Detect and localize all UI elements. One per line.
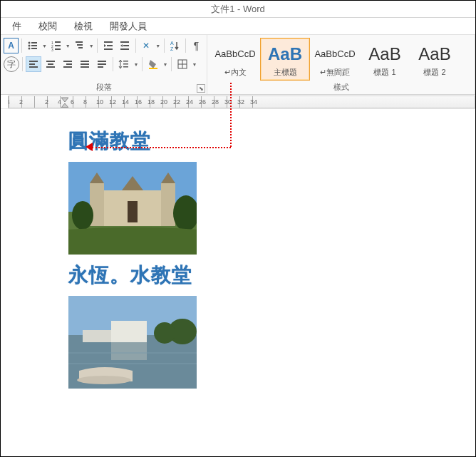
bullets-icon[interactable] [25,38,40,53]
align-center-icon[interactable] [43,56,58,72]
decrease-indent-icon[interactable] [100,38,115,53]
multilevel-dropdown[interactable]: ▼ [88,38,94,53]
svg-rect-20 [120,48,129,50]
multilevel-list-icon[interactable] [72,38,87,53]
svg-point-55 [72,201,93,230]
style-title[interactable]: AaB 主標題 [260,38,310,81]
svg-rect-26 [46,61,55,62]
document-area: 圓滿教堂 永恆。水教堂 [1,109,475,389]
shading-icon[interactable] [145,56,161,72]
svg-rect-63 [111,342,147,360]
shading-dropdown[interactable]: ▼ [162,56,168,72]
show-marks-icon[interactable]: ¶ [189,38,204,53]
style-preview: AaB [368,41,400,67]
styles-group: AaBbCcD ↵內文 AaB 主標題 AaBbCcD ↵無間距 AaB 標題 … [207,35,475,94]
style-heading2[interactable]: AaB 標題 2 [410,38,460,81]
svg-rect-19 [123,45,129,46]
numbering-icon[interactable]: 123 [48,38,63,53]
svg-rect-1 [31,42,37,43]
svg-rect-13 [77,44,83,46]
heading-1[interactable]: 圓滿教堂 [68,128,467,155]
sort-icon[interactable]: AZ [167,38,182,53]
svg-rect-32 [81,61,89,62]
svg-rect-37 [98,66,103,68]
svg-rect-39 [123,63,128,65]
svg-rect-24 [29,63,35,65]
style-nospacing[interactable]: AaBbCcD ↵無間距 [310,38,360,81]
style-preview: AaBbCcD [314,41,355,67]
line-spacing-dropdown[interactable]: ▼ [133,56,139,72]
indent-marker-icon[interactable] [61,96,68,108]
window-title: 文件1 - Word [211,4,265,14]
title-bar: 文件1 - Word [1,1,475,18]
svg-text:A: A [170,41,174,46]
text-box-icon[interactable]: A [4,38,19,53]
paragraph-group: A ▼ 123 ▼ ▼ ✕ ▼ AZ ¶ 字 [1,35,207,94]
style-label: 標題 1 [373,67,395,78]
svg-rect-33 [81,63,89,65]
document-page[interactable]: 圓滿教堂 永恆。水教堂 [68,128,467,389]
style-preview: AaB [268,41,302,67]
align-distributed-icon[interactable] [94,56,110,72]
style-label: 主標題 [274,67,297,78]
svg-point-64 [77,376,131,384]
menu-developer[interactable]: 開發人員 [101,20,155,33]
svg-point-4 [28,48,30,50]
svg-rect-14 [78,47,83,48]
image-church[interactable] [68,162,197,255]
align-left-icon[interactable] [26,56,41,72]
style-label: 標題 2 [423,67,445,78]
svg-rect-25 [29,66,38,68]
style-heading1[interactable]: AaB 標題 1 [360,38,410,81]
svg-point-0 [28,42,30,44]
borders-icon[interactable] [175,56,190,72]
svg-rect-29 [63,61,72,62]
svg-rect-50 [161,183,175,226]
svg-text:Z: Z [170,46,174,51]
svg-rect-12 [76,41,83,43]
paragraph-launcher-icon[interactable]: ⬊ [197,84,205,93]
svg-point-62 [154,322,175,344]
style-normal[interactable]: AaBbCcD ↵內文 [210,38,260,81]
svg-rect-23 [29,61,38,62]
svg-rect-3 [31,45,37,46]
svg-rect-40 [123,66,128,68]
menu-file[interactable]: 件 [4,20,30,33]
style-preview: AaBbCcD [214,41,255,67]
svg-rect-7 [55,41,61,43]
svg-rect-45 [61,108,68,108]
asian-layout-icon[interactable]: ✕ [139,38,154,53]
line-spacing-icon[interactable] [116,56,132,72]
image-water-church[interactable] [68,296,197,389]
menu-bar: 件 校閱 檢視 開發人員 [1,18,475,35]
enclose-char-icon[interactable]: 字 [4,56,19,72]
svg-rect-31 [63,66,72,68]
borders-dropdown[interactable]: ▼ [192,56,197,72]
svg-rect-16 [107,45,113,46]
heading-2[interactable]: 永恆。水教堂 [68,262,467,289]
svg-rect-9 [55,45,61,46]
svg-rect-17 [104,48,113,50]
svg-rect-30 [66,63,72,65]
styles-gallery: AaBbCcD ↵內文 AaB 主標題 AaBbCcD ↵無間距 AaB 標題 … [210,36,472,82]
svg-rect-28 [46,66,55,68]
svg-text:3: 3 [51,48,53,51]
align-justify-icon[interactable] [77,56,93,72]
bullets-dropdown[interactable]: ▼ [42,38,48,53]
paragraph-label: 段落 [1,82,207,93]
svg-rect-59 [111,321,147,342]
svg-point-2 [28,45,30,47]
svg-rect-34 [81,66,89,68]
increase-indent-icon[interactable] [117,38,132,53]
align-right-icon[interactable] [60,56,76,72]
svg-rect-15 [104,41,113,43]
horizontal-ruler[interactable]: 42 246810121416182022242628303234 [8,96,475,108]
menu-view[interactable]: 檢視 [66,20,101,33]
asian-layout-dropdown[interactable]: ▼ [155,38,161,53]
menu-review[interactable]: 校閱 [30,20,66,33]
svg-rect-18 [120,41,129,43]
svg-rect-5 [31,48,37,49]
numbering-dropdown[interactable]: ▼ [65,38,71,53]
ruler-area: 42 246810121416182022242628303234 [1,95,475,109]
svg-rect-54 [128,201,138,222]
